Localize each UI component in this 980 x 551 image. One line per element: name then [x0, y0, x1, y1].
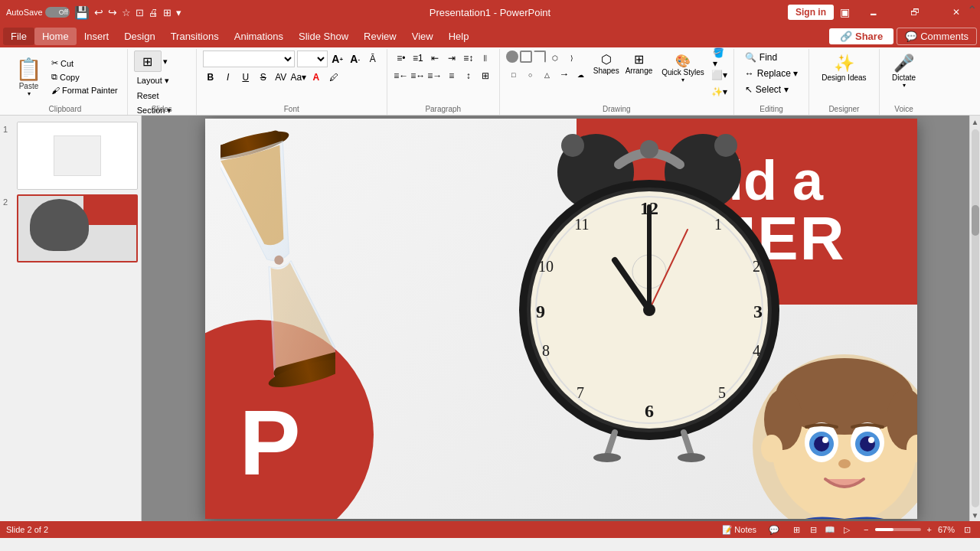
star-icon[interactable]: ☆: [122, 7, 131, 18]
bullets-button[interactable]: ≡•: [394, 51, 409, 66]
shape-btn-3[interactable]: [534, 51, 546, 63]
dictate-button[interactable]: 🎤 Dictate ▾: [886, 51, 923, 92]
screenshot-icon[interactable]: ⊡: [136, 7, 144, 18]
redo-icon[interactable]: ↪: [108, 6, 117, 18]
shape-btn-7[interactable]: ○: [523, 67, 538, 83]
quick-styles-button[interactable]: 🎨 Quick Styles ▾: [657, 51, 709, 86]
copy-button[interactable]: ⧉ Copy: [48, 70, 121, 83]
shape-btn-9[interactable]: ⭢: [557, 67, 572, 83]
menu-help[interactable]: Help: [441, 28, 477, 45]
shape-btn-2[interactable]: [520, 51, 532, 63]
zoom-in-button[interactable]: +: [924, 525, 935, 534]
restore-button[interactable]: 🗗: [897, 0, 933, 24]
shape-btn-8[interactable]: △: [540, 67, 555, 83]
autosave-toggle[interactable]: AutoSave: [6, 7, 70, 18]
reading-view-button[interactable]: 📖: [822, 523, 838, 536]
autosave-pill[interactable]: [45, 7, 70, 18]
cut-button[interactable]: ✂ Cut: [48, 57, 121, 70]
clear-format-button[interactable]: Ā: [365, 51, 381, 67]
minimize-button[interactable]: 🗕: [856, 0, 891, 24]
zoom-out-button[interactable]: −: [861, 525, 871, 534]
scroll-track[interactable]: [972, 129, 979, 507]
notes-button[interactable]: 📝 Notes: [719, 525, 760, 535]
design-ideas-button[interactable]: ✨ Design Ideas: [815, 51, 872, 85]
underline-button[interactable]: U: [238, 70, 253, 85]
decrease-indent-button[interactable]: ⇤: [427, 51, 443, 66]
menu-slideshow[interactable]: Slide Show: [291, 28, 356, 45]
menu-animations[interactable]: Animations: [227, 28, 291, 45]
italic-button[interactable]: I: [220, 70, 236, 85]
bold-button[interactable]: B: [203, 70, 218, 85]
menu-design[interactable]: Design: [116, 28, 162, 45]
highlight-button[interactable]: 🖊: [326, 70, 341, 85]
shape-btn-6[interactable]: □: [506, 67, 521, 83]
vertical-scrollbar[interactable]: ▲ ▼: [969, 116, 980, 521]
main-canvas[interactable]: Add a TIMER P: [142, 116, 980, 521]
replace-button[interactable]: ↔ Replace ▾: [740, 67, 802, 80]
font-color-button[interactable]: A: [309, 70, 324, 85]
font-name-select[interactable]: [203, 51, 295, 67]
scroll-down-arrow[interactable]: ▼: [969, 509, 981, 521]
font-size-select[interactable]: [297, 51, 328, 67]
save-icon[interactable]: 💾: [74, 5, 90, 20]
align-text-button[interactable]: ≡↕: [461, 51, 476, 66]
shape-outline-button[interactable]: ⬜▾: [712, 67, 727, 83]
share-button[interactable]: 🔗 Share: [829, 28, 893, 44]
layout-button[interactable]: Layout ▾: [134, 74, 172, 87]
sign-in-button[interactable]: Sign in: [788, 5, 834, 20]
shape-btn-5[interactable]: ⟩: [564, 51, 580, 66]
shape-btn-10[interactable]: ☁: [573, 67, 589, 83]
more-icon[interactable]: ▾: [176, 7, 181, 18]
change-case-button[interactable]: Aa▾: [291, 70, 306, 85]
menu-transitions[interactable]: Transitions: [163, 28, 227, 45]
numbering-button[interactable]: ≡1: [410, 51, 426, 66]
shape-effects-button[interactable]: ✨▾: [712, 84, 727, 99]
increase-indent-button[interactable]: ⇥: [444, 51, 459, 66]
align-left-button[interactable]: ≡←: [394, 68, 409, 83]
char-spacing-button[interactable]: AV: [273, 70, 289, 85]
align-center-button[interactable]: ≡↔: [410, 68, 426, 83]
decrease-font-button[interactable]: A-: [348, 51, 363, 67]
fit-slide-button[interactable]: ⊡: [961, 525, 974, 535]
scroll-thumb[interactable]: [972, 205, 979, 236]
slide-thumbnail-2[interactable]: [17, 194, 138, 262]
zoom-slider-track[interactable]: [875, 528, 921, 531]
slide-sorter-button[interactable]: ⊟: [805, 523, 821, 536]
shapes-button[interactable]: ⬡ Shapes: [592, 51, 621, 77]
slide-thumbnail-1[interactable]: [17, 122, 138, 190]
ribbon-collapse-button[interactable]: ⌃: [967, 3, 977, 18]
select-button[interactable]: ↖ Select ▾: [740, 83, 793, 96]
ribbon-display-icon[interactable]: ▣: [840, 6, 850, 18]
comments-status-button[interactable]: 💬: [766, 525, 782, 535]
columns-button[interactable]: ⫴: [478, 51, 493, 66]
shape-btn-1[interactable]: [506, 51, 518, 63]
increase-font-button[interactable]: A+: [330, 51, 345, 67]
comments-button[interactable]: 💬 Comments: [897, 28, 977, 45]
normal-view-button[interactable]: ⊞: [789, 523, 804, 536]
menu-review[interactable]: Review: [356, 28, 404, 45]
menu-insert[interactable]: Insert: [77, 28, 117, 45]
shape-fill-button[interactable]: 🪣▾: [712, 51, 727, 66]
slideshow-button[interactable]: ▷: [839, 523, 854, 536]
shape-btn-4[interactable]: ⬡: [547, 51, 563, 66]
line-spacing-button[interactable]: ↕: [461, 68, 476, 83]
scroll-up-arrow[interactable]: ▲: [969, 116, 981, 128]
strikethrough-button[interactable]: S: [256, 70, 271, 85]
align-right-button[interactable]: ≡→: [427, 68, 443, 83]
format-painter-button[interactable]: 🖌 Format Painter: [48, 84, 121, 96]
justify-button[interactable]: ≡: [444, 68, 459, 83]
menu-home[interactable]: Home: [34, 28, 77, 45]
smart-art-button[interactable]: ⊞: [478, 68, 493, 83]
paste-button[interactable]: 📋 Paste ▾: [9, 54, 48, 100]
find-button[interactable]: 🔍 Find: [740, 51, 782, 64]
undo-icon[interactable]: ↩: [94, 6, 103, 18]
print-icon[interactable]: 🖨: [149, 7, 158, 18]
menu-view[interactable]: View: [404, 28, 441, 45]
find-icon: 🔍: [745, 52, 756, 63]
reset-button[interactable]: Reset: [134, 90, 162, 102]
new-slide-button[interactable]: ⊞: [134, 51, 162, 72]
arrange-button[interactable]: ⊞ Arrange: [624, 51, 655, 77]
expand-icon[interactable]: ⊞: [163, 7, 172, 18]
menu-file[interactable]: File: [3, 28, 34, 45]
new-slide-arrow[interactable]: ▾: [163, 57, 168, 67]
